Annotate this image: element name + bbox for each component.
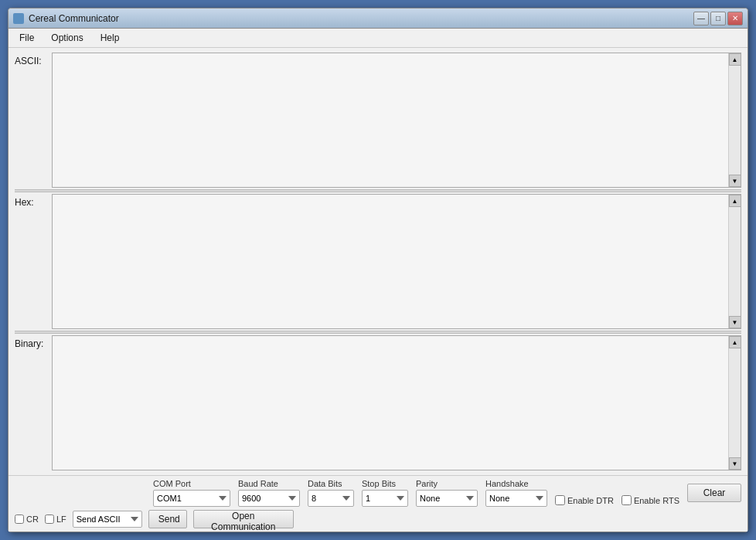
- ascii-scroll-down[interactable]: ▼: [729, 175, 741, 187]
- title-bar-left: Cereal Communicator: [13, 13, 119, 24]
- window-title: Cereal Communicator: [29, 13, 119, 24]
- send-type-select[interactable]: Send ASCII Send HEX: [73, 511, 142, 528]
- binary-display: ▲ ▼: [52, 335, 741, 470]
- menu-file[interactable]: File: [12, 30, 42, 46]
- menu-bar: File Options Help: [9, 29, 747, 48]
- binary-scrollbar[interactable]: ▲ ▼: [728, 336, 741, 470]
- hex-scrollbar[interactable]: ▲ ▼: [728, 195, 741, 328]
- enable-rts-group: Enable RTS: [621, 495, 679, 505]
- data-bits-label: Data Bits: [308, 479, 354, 488]
- parity-select[interactable]: None Odd Even Mark Space: [416, 490, 478, 507]
- com-port-group: COM Port COM1 COM2 COM3 COM4: [153, 479, 230, 507]
- app-icon: [13, 13, 24, 24]
- title-bar: Cereal Communicator — □ ✕: [9, 8, 747, 29]
- baud-rate-group: Baud Rate 9600 115200 57600 38400 19200 …: [238, 479, 300, 507]
- clear-button[interactable]: Clear: [687, 484, 741, 502]
- main-window: Cereal Communicator — □ ✕ File Options H…: [8, 8, 748, 532]
- hex-display: ▲ ▼: [52, 194, 741, 329]
- controls-row1: COM Port COM1 COM2 COM3 COM4 Baud Rate 9…: [15, 479, 741, 507]
- data-bits-select[interactable]: 8 7 6 5: [308, 490, 354, 507]
- handshake-group: Handshake None XOnXOff RequestToSend Req…: [485, 479, 547, 507]
- send-button[interactable]: Send: [148, 510, 187, 528]
- data-bits-group: Data Bits 8 7 6 5: [308, 479, 354, 507]
- ascii-display: ▲ ▼: [52, 53, 741, 188]
- cr-checkbox[interactable]: [15, 515, 24, 524]
- hex-label: Hex:: [15, 194, 52, 208]
- bottom-controls: COM Port COM1 COM2 COM3 COM4 Baud Rate 9…: [9, 475, 747, 532]
- com-port-label: COM Port: [153, 479, 230, 488]
- open-communication-button[interactable]: Open Communication: [193, 510, 294, 528]
- binary-label: Binary:: [15, 335, 52, 349]
- main-content: ASCII: ▲ ▼ Hex: ▲ ▼: [9, 48, 747, 475]
- controls-row2: CR LF Send ASCII Send HEX Send Open Comm…: [15, 510, 741, 528]
- parity-label: Parity: [416, 479, 478, 488]
- ascii-scroll-up[interactable]: ▲: [729, 53, 741, 66]
- lf-group: LF: [45, 515, 66, 524]
- ascii-scrollbar[interactable]: ▲ ▼: [728, 53, 741, 187]
- maximize-button[interactable]: □: [710, 12, 726, 25]
- handshake-select[interactable]: None XOnXOff RequestToSend RequestToSend…: [485, 490, 547, 507]
- lf-checkbox[interactable]: [45, 515, 54, 524]
- binary-panel: Binary: ▲ ▼: [15, 335, 741, 470]
- lf-label: LF: [56, 515, 66, 524]
- enable-rts-checkbox[interactable]: [621, 495, 632, 505]
- binary-scroll-down[interactable]: ▼: [729, 457, 741, 470]
- ascii-hex-divider: [15, 189, 741, 192]
- enable-dtr-group: Enable DTR: [555, 495, 614, 505]
- ascii-label: ASCII:: [15, 53, 52, 66]
- cr-label: CR: [26, 515, 39, 524]
- stop-bits-group: Stop Bits 1 1.5 2: [362, 479, 408, 507]
- enable-dtr-label: Enable DTR: [567, 496, 614, 505]
- hex-binary-divider: [15, 331, 741, 334]
- close-button[interactable]: ✕: [727, 12, 743, 25]
- title-bar-buttons: — □ ✕: [693, 12, 743, 25]
- baud-rate-select[interactable]: 9600 115200 57600 38400 19200 4800 2400 …: [238, 490, 300, 507]
- binary-scroll-up[interactable]: ▲: [729, 336, 741, 348]
- baud-rate-label: Baud Rate: [238, 479, 300, 488]
- parity-group: Parity None Odd Even Mark Space: [416, 479, 478, 507]
- enable-rts-label: Enable RTS: [634, 496, 679, 505]
- com-port-select[interactable]: COM1 COM2 COM3 COM4: [153, 490, 230, 507]
- stop-bits-label: Stop Bits: [362, 479, 408, 488]
- hex-panel: Hex: ▲ ▼: [15, 194, 741, 329]
- menu-help[interactable]: Help: [93, 30, 128, 46]
- hex-scroll-up[interactable]: ▲: [729, 195, 741, 207]
- cr-group: CR: [15, 515, 39, 524]
- enable-dtr-checkbox[interactable]: [555, 495, 565, 505]
- stop-bits-select[interactable]: 1 1.5 2: [362, 490, 408, 507]
- handshake-label: Handshake: [485, 479, 547, 488]
- minimize-button[interactable]: —: [693, 12, 709, 25]
- menu-options[interactable]: Options: [43, 30, 90, 46]
- hex-scroll-down[interactable]: ▼: [729, 316, 741, 328]
- ascii-panel: ASCII: ▲ ▼: [15, 53, 741, 188]
